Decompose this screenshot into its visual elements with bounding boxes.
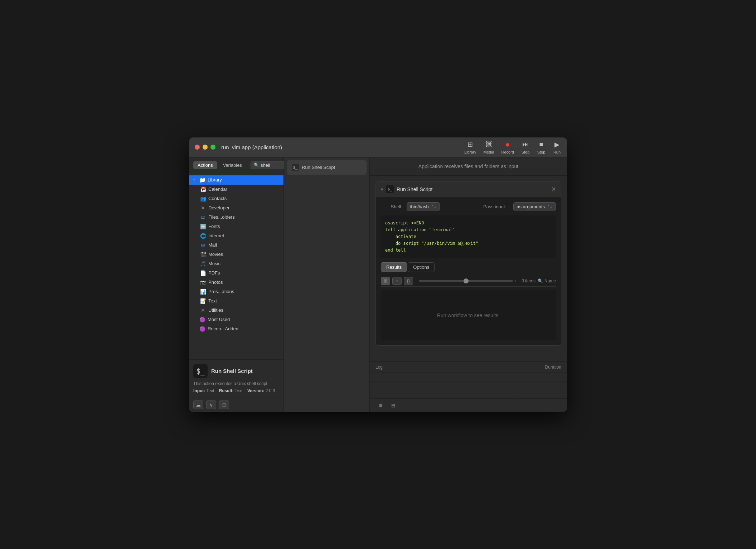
tab-actions[interactable]: Actions [193, 161, 217, 169]
run-button[interactable]: ▶ Run [553, 140, 561, 154]
tab-results[interactable]: Results [381, 262, 407, 272]
sidebar-item-mostused[interactable]: 🟣 Most Used [189, 315, 284, 324]
log-row [370, 373, 567, 382]
input-label: Input: [193, 388, 205, 393]
main-content: Actions Variables 🔍 ✕ ▾ 📁 Library 📅 [189, 157, 567, 412]
card-icon: $_ [386, 185, 394, 193]
log-area: Log Duration [370, 361, 567, 399]
stop-icon: ■ [537, 140, 546, 149]
developer-icon: ✕ [200, 205, 206, 211]
split-view-button[interactable]: ⊟ [388, 401, 398, 410]
card-body: Shell: /bin/bash ⌃⌄ Pass input: as argum… [376, 197, 561, 346]
sidebar-item-text[interactable]: 📝 Text [189, 296, 284, 306]
grid-view-button[interactable]: ⊞ [381, 277, 390, 285]
sidebar-item-internet[interactable]: 🌐 Internet [189, 231, 284, 241]
sidebar-item-music[interactable]: 🎵 Music [189, 259, 284, 268]
maximize-button[interactable] [210, 145, 215, 150]
shell-select[interactable]: /bin/bash ⌃⌄ [407, 202, 440, 211]
pass-input-select[interactable]: as arguments ⌃⌄ [513, 202, 556, 211]
tab-variables[interactable]: Variables [219, 161, 246, 169]
slider-min-icon: − [415, 279, 417, 283]
files-icon: 🗂 [200, 214, 206, 220]
cloud-button[interactable]: ☁ [193, 400, 203, 409]
shell-label: Shell: [381, 204, 402, 209]
log-header: Log Duration [370, 362, 567, 373]
sidebar-item-pdfs[interactable]: 📄 PDFs [189, 268, 284, 278]
result-value: Text [235, 388, 243, 393]
card-tabs: Results Options [381, 262, 556, 272]
window-title: run_vim.app (Application) [221, 144, 464, 150]
recent-icon: 🟣 [199, 326, 205, 332]
slider-max-icon: + [514, 279, 517, 283]
sidebar-tree: ▾ 📁 Library 📅 Calendar 👥 Contacts ✕ Deve… [189, 173, 284, 359]
sidebar-item-contacts[interactable]: 👥 Contacts [189, 194, 284, 203]
shell-row: Shell: /bin/bash ⌃⌄ Pass input: as argum… [381, 202, 556, 211]
calendar-icon: 📅 [200, 186, 206, 193]
log-row-left [375, 392, 513, 396]
workflow-item-label: Run Shell Script [302, 165, 335, 170]
sidebar-item-recentadded[interactable]: 🟣 Recen...Added [189, 324, 284, 334]
sidebar-item-label: Internet [208, 233, 224, 238]
run-icon: ▶ [553, 140, 561, 149]
sidebar-tabs: Actions Variables 🔍 ✕ [189, 157, 284, 173]
sidebar-item-developer[interactable]: ✕ Developer [189, 203, 284, 213]
media-icon: 🖼 [485, 140, 493, 149]
input-value: Text [206, 388, 214, 393]
sidebar-item-calendar[interactable]: 📅 Calendar [189, 185, 284, 194]
chevron-down-icon: ⌃⌄ [547, 205, 553, 209]
card-close-button[interactable]: ✕ [551, 186, 556, 193]
pass-input-label: Pass input: [483, 204, 506, 209]
list-view-button[interactable]: ≡ [392, 277, 402, 285]
sidebar-item-mail[interactable]: ✉ Mail [189, 241, 284, 250]
sidebar-item-utilities[interactable]: ✕ Utilities [189, 306, 284, 315]
record-button[interactable]: ● Record [501, 140, 514, 154]
chevron-button[interactable]: ∨ [206, 400, 216, 409]
mail-icon: ✉ [200, 242, 206, 248]
workflow-item-run-shell-script[interactable]: $_ Run Shell Script [287, 160, 367, 175]
tab-options[interactable]: Options [408, 262, 435, 272]
log-row [370, 390, 567, 399]
record-label: Record [501, 150, 514, 154]
slider-thumb[interactable] [464, 278, 469, 283]
chevron-down-icon: ▾ [193, 178, 197, 182]
sidebar-item-files[interactable]: 🗂 Files...olders [189, 213, 284, 222]
log-row-left [375, 375, 513, 379]
sidebar-item-presentations[interactable]: 📊 Pres...ations [189, 287, 284, 296]
card-title: Run Shell Script [397, 186, 548, 192]
size-slider[interactable]: − + [415, 279, 517, 283]
close-button[interactable] [195, 145, 200, 150]
minimize-button[interactable] [203, 145, 208, 150]
detail-icon: $_ [193, 364, 208, 378]
pass-input-value: as arguments [517, 204, 545, 209]
sidebar-item-movies[interactable]: 🎬 Movies [189, 250, 284, 259]
sidebar-item-photos[interactable]: 📷 Photos [189, 278, 284, 287]
folder-icon: 📁 [199, 177, 205, 183]
step-button[interactable]: ⏭ Step [521, 140, 530, 154]
sidebar-item-library[interactable]: ▾ 📁 Library [189, 175, 284, 185]
sidebar-item-label: Files...olders [208, 214, 235, 220]
collapse-button[interactable]: ▾ [381, 187, 383, 192]
sidebar-item-label: Most Used [208, 317, 230, 322]
media-button[interactable]: 🖼 Media [484, 140, 494, 154]
detail-name: Run Shell Script [211, 368, 253, 374]
search-icon: 🔍 [538, 278, 543, 283]
fonts-icon: 🔤 [200, 223, 206, 230]
results-search[interactable]: 🔍 Name [538, 278, 556, 283]
sidebar-item-label: Library [208, 177, 222, 183]
run-label: Run [553, 150, 561, 154]
sidebar-item-label: Recen...Added [208, 326, 238, 331]
version-label: Version: [247, 388, 264, 393]
stop-button[interactable]: ■ Stop [537, 140, 546, 154]
record-icon: ● [503, 140, 512, 149]
sidebar-item-label: Music [208, 261, 220, 266]
log-row-right [518, 392, 561, 396]
list-view-button[interactable]: ≡ [375, 401, 386, 410]
add-button[interactable]: □ [219, 400, 229, 409]
code-block[interactable]: osascript <<END tell application "Termin… [381, 215, 556, 258]
json-view-button[interactable]: {} [404, 277, 413, 285]
sidebar-item-fonts[interactable]: 🔤 Fonts [189, 222, 284, 231]
utilities-icon: ✕ [200, 307, 206, 314]
sidebar-item-label: Text [208, 298, 217, 303]
empty-message: Run workflow to see results. [437, 312, 500, 318]
library-button[interactable]: ⊞ Library [464, 140, 476, 154]
